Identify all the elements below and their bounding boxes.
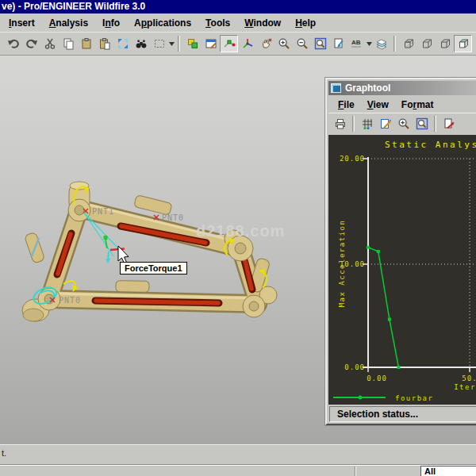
grid-settings-button[interactable] bbox=[358, 115, 376, 132]
toolbar-separator bbox=[352, 116, 355, 132]
redo-icon bbox=[25, 37, 38, 50]
layers-icon bbox=[375, 37, 388, 50]
legend-series-label: fourbar bbox=[395, 394, 433, 402]
main-toolbar: AB bbox=[0, 32, 476, 56]
find-button[interactable] bbox=[132, 35, 150, 52]
annotations-dropdown[interactable] bbox=[366, 42, 372, 46]
graphtool-toolbar bbox=[328, 113, 476, 133]
graphtool-title-bar[interactable]: Graphtool bbox=[328, 81, 476, 95]
xtick-0: 0.00 bbox=[367, 374, 387, 382]
export-icon bbox=[443, 117, 455, 130]
graphtool-window-icon bbox=[331, 83, 341, 93]
selection-status-text: Selection status... bbox=[337, 409, 418, 420]
x-axis-label: Iter bbox=[454, 383, 476, 391]
menu-applications[interactable]: Applications bbox=[127, 15, 198, 31]
graph-zoom-window-button[interactable] bbox=[413, 115, 431, 132]
spin-center-icon bbox=[241, 37, 254, 50]
zoom-out-button[interactable] bbox=[293, 35, 311, 52]
pan-button[interactable] bbox=[256, 35, 274, 52]
graphtool-menu-view[interactable]: View bbox=[361, 98, 395, 112]
view-manager-icon bbox=[205, 37, 217, 50]
cut-button[interactable] bbox=[40, 35, 59, 52]
print-button[interactable] bbox=[331, 115, 349, 132]
refit-button[interactable] bbox=[113, 35, 132, 52]
zoom-window-icon bbox=[314, 37, 327, 50]
select-box-icon bbox=[153, 37, 166, 50]
component-drag-icon bbox=[223, 37, 236, 50]
regenerate-icon bbox=[186, 37, 199, 50]
point-label-pnt0-bottom: PNT0 bbox=[59, 296, 81, 305]
hidden-line-icon bbox=[420, 37, 433, 50]
annotations-button[interactable]: AB bbox=[347, 35, 366, 52]
paste-icon bbox=[80, 37, 93, 50]
zoom-in-icon bbox=[278, 37, 290, 50]
shaded-button[interactable] bbox=[454, 35, 472, 52]
zoom-in-icon bbox=[397, 117, 410, 130]
ytick-0: 0.00 bbox=[344, 363, 365, 371]
message-text: t. bbox=[2, 448, 6, 458]
find-icon bbox=[135, 37, 148, 50]
graphtool-menu-bar: File View Format bbox=[328, 97, 476, 113]
spin-center-button[interactable] bbox=[238, 35, 256, 52]
watermark: d2188.com bbox=[196, 222, 285, 240]
view-manager-button[interactable] bbox=[202, 35, 220, 52]
zoom-in-button[interactable] bbox=[274, 35, 293, 52]
reorient-button[interactable] bbox=[329, 35, 347, 52]
window-title: ve) - Pro/ENGINEER Wildfire 3.0 bbox=[2, 1, 145, 12]
y-axis-label: Max Acceleration bbox=[338, 220, 346, 308]
toolbar-separator bbox=[434, 116, 436, 132]
menu-insert[interactable]: Insert bbox=[2, 15, 42, 31]
selection-filter-combobox[interactable]: All bbox=[420, 466, 476, 476]
hidden-line-button[interactable] bbox=[417, 35, 436, 52]
regenerate-button[interactable] bbox=[183, 35, 202, 52]
select-box-button[interactable] bbox=[150, 35, 168, 52]
chart-title: Static Analysis bbox=[385, 140, 476, 150]
paste-special-icon bbox=[98, 37, 111, 50]
selection-filter-value: All bbox=[424, 466, 436, 476]
status-divider bbox=[355, 466, 356, 476]
graph-canvas: Static Analysis 20.00 10.00 0.00 0.00 50… bbox=[328, 135, 476, 405]
undo-button[interactable] bbox=[4, 35, 22, 52]
graphtool-menu-file[interactable]: File bbox=[332, 98, 361, 112]
layers-button[interactable] bbox=[372, 35, 390, 52]
paste-special-button[interactable] bbox=[95, 35, 113, 52]
toolbar-separator bbox=[393, 36, 396, 52]
graphtool-menu-format[interactable]: Format bbox=[395, 98, 440, 112]
undo-icon bbox=[7, 37, 20, 50]
cut-icon bbox=[44, 37, 56, 50]
print-icon bbox=[334, 117, 347, 130]
zoom-out-icon bbox=[296, 37, 309, 50]
toolbar-separator bbox=[178, 36, 180, 52]
graph-zoom-in-button[interactable] bbox=[394, 115, 413, 132]
chart-line bbox=[368, 248, 398, 367]
zoom-window-icon bbox=[416, 117, 428, 130]
edit-graph-button[interactable] bbox=[376, 115, 394, 132]
xtick-50: 50. bbox=[462, 374, 476, 382]
reorient-icon bbox=[332, 37, 345, 50]
chart-legend: fourbar bbox=[333, 394, 433, 402]
menu-info[interactable]: Info bbox=[95, 15, 127, 31]
paste-button[interactable] bbox=[77, 35, 95, 52]
zoom-window-button[interactable] bbox=[311, 35, 329, 52]
graphtool-title: Graphtool bbox=[345, 83, 390, 94]
redo-button[interactable] bbox=[22, 35, 40, 52]
point-label-pnt1: PNT1 bbox=[92, 207, 114, 216]
component-drag-button[interactable] bbox=[220, 35, 238, 52]
export-button[interactable] bbox=[440, 115, 458, 132]
menu-window[interactable]: Window bbox=[237, 15, 288, 31]
select-box-dropdown[interactable] bbox=[168, 42, 175, 46]
wireframe-button[interactable] bbox=[399, 35, 417, 52]
grid-icon bbox=[361, 117, 374, 130]
menu-help[interactable]: Help bbox=[288, 15, 323, 31]
chevron-down-icon bbox=[367, 42, 372, 46]
copy-icon bbox=[62, 37, 75, 50]
graphtool-window: Graphtool File View Format bbox=[325, 78, 476, 425]
menu-tools[interactable]: Tools bbox=[198, 15, 237, 31]
no-hidden-button[interactable] bbox=[436, 35, 454, 52]
pan-icon bbox=[259, 37, 272, 50]
point-label-pnt0-top: PNT0 bbox=[162, 213, 184, 222]
chevron-down-icon bbox=[169, 42, 175, 46]
menu-analysis[interactable]: Analysis bbox=[42, 15, 95, 31]
copy-button[interactable] bbox=[59, 35, 77, 52]
window-title-bar[interactable]: ve) - Pro/ENGINEER Wildfire 3.0 bbox=[0, 0, 476, 13]
